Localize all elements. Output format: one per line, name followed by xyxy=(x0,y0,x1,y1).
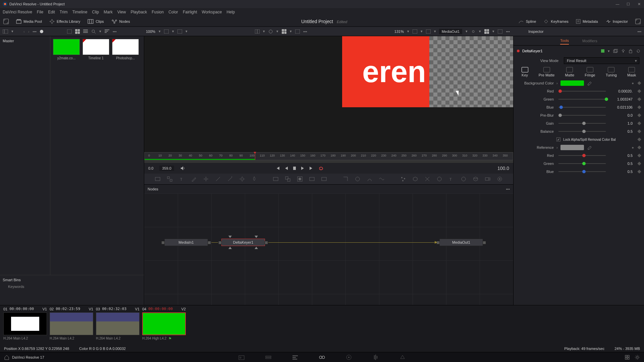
keyframe-icon[interactable] xyxy=(637,154,641,157)
rect-icon[interactable] xyxy=(426,29,431,34)
rect-tool-icon[interactable] xyxy=(273,176,279,182)
text-icon[interactable]: T xyxy=(179,176,185,182)
clip-item[interactable]: 0200:02:23:59V1 H.264 Main L4.2 xyxy=(50,307,93,340)
node-mediain[interactable]: MediaIn1 xyxy=(164,239,208,246)
clip-item[interactable]: 0300:02:32:03V1 H.264 Main L4.2 xyxy=(96,307,140,340)
tool-icon[interactable] xyxy=(309,176,315,182)
merge-icon[interactable] xyxy=(285,176,291,182)
menu-playback[interactable]: Playback xyxy=(130,10,147,14)
thumb-large-icon[interactable] xyxy=(67,29,72,34)
more-icon[interactable]: ••• xyxy=(506,187,510,191)
keyframes-button[interactable]: Keyframes xyxy=(543,19,569,24)
page-cut-icon[interactable] xyxy=(265,354,272,361)
page-fairlight-icon[interactable] xyxy=(372,354,379,361)
lock-checkbox[interactable] xyxy=(556,137,560,141)
expand-arrow[interactable]: › xyxy=(556,145,558,149)
panel-toggle-icon[interactable] xyxy=(3,29,8,34)
split-icon[interactable] xyxy=(255,29,260,34)
mediaout-label[interactable]: MediaOut1 xyxy=(439,29,463,34)
tab-prematte[interactable]: Pre Matte xyxy=(539,67,555,77)
balance-value[interactable]: 0.5 xyxy=(610,129,634,133)
keyframe-icon[interactable] xyxy=(637,113,641,117)
effects-library-button[interactable]: Effects Library xyxy=(49,19,80,24)
maximize-button[interactable]: ☐ xyxy=(626,2,631,6)
ref-blue-slider[interactable] xyxy=(558,171,606,172)
reset-icon[interactable] xyxy=(636,49,641,53)
text3d-icon[interactable]: T xyxy=(448,176,454,182)
smart-bins-label[interactable]: Smart Bins xyxy=(3,278,141,282)
chevron-down-icon[interactable]: ▾ xyxy=(434,29,436,34)
render-icon[interactable] xyxy=(497,176,503,182)
keyframe-icon[interactable] xyxy=(637,129,641,133)
page-color-icon[interactable] xyxy=(345,354,352,361)
blur-icon[interactable] xyxy=(251,176,257,182)
viewer-zoom-2[interactable]: 131% xyxy=(394,29,404,34)
page-fusion-icon[interactable] xyxy=(319,354,325,361)
keyframe-icon[interactable] xyxy=(637,145,641,149)
media-pool-button[interactable]: Media Pool xyxy=(16,19,42,24)
more-icon[interactable]: ••• xyxy=(303,29,307,34)
record-dot[interactable] xyxy=(40,30,43,33)
preblur-value[interactable]: 0.0 xyxy=(610,113,634,117)
tab-matte[interactable]: Matte xyxy=(565,67,575,77)
chevron-down-icon[interactable]: ▾ xyxy=(11,29,13,34)
menu-clip[interactable]: Clip xyxy=(92,10,99,14)
nodes-graph[interactable]: MediaIn1 DeltaKeyer1 MediaOut1 xyxy=(144,193,513,305)
tool-icon[interactable] xyxy=(155,176,161,182)
menu-mark[interactable]: Mark xyxy=(104,10,113,14)
sun-icon[interactable] xyxy=(471,29,476,34)
step-back-icon[interactable] xyxy=(285,166,288,170)
keyframe-icon[interactable] xyxy=(637,170,641,173)
ref-blue-value[interactable]: 0.5 xyxy=(610,170,634,174)
balance-slider[interactable] xyxy=(558,131,606,132)
menu-fairlight[interactable]: Fairlight xyxy=(183,10,197,14)
corner-icon[interactable] xyxy=(342,176,348,182)
menu-file[interactable]: File xyxy=(37,10,43,14)
chevron-down-icon[interactable]: ▾ xyxy=(276,29,278,34)
grid-icon[interactable] xyxy=(484,29,489,34)
close-button[interactable]: ✕ xyxy=(637,2,641,6)
menu-fusion[interactable]: Fusion xyxy=(152,10,164,14)
mask-icon[interactable] xyxy=(297,176,303,182)
blue-slider[interactable] xyxy=(558,107,606,108)
rect-icon[interactable] xyxy=(413,29,417,34)
chevron-down-icon[interactable]: ▾ xyxy=(185,29,187,34)
menu-view[interactable]: View xyxy=(117,10,126,14)
chevron-down-icon[interactable]: ▾ xyxy=(479,29,481,34)
ref-red-value[interactable]: 0.5 xyxy=(610,154,634,158)
project-manager-icon[interactable] xyxy=(625,355,630,360)
inspector-button[interactable]: Inspector xyxy=(605,19,628,24)
keyframe-icon[interactable] xyxy=(637,97,641,101)
tab-modifiers[interactable]: Modifiers xyxy=(582,38,597,44)
scrollbar[interactable] xyxy=(144,160,513,163)
dots-icon[interactable]: ••• xyxy=(33,29,37,34)
tab-tools[interactable]: Tools xyxy=(560,37,569,45)
cube-icon[interactable] xyxy=(473,176,479,182)
red-value[interactable]: 0.00020. xyxy=(610,89,634,93)
rect-icon[interactable] xyxy=(295,29,300,34)
expand-icon[interactable] xyxy=(3,19,9,24)
menu-trim[interactable]: Trim xyxy=(60,10,68,14)
page-edit-icon[interactable] xyxy=(292,354,299,361)
settings-icon[interactable] xyxy=(635,355,640,360)
rect-icon[interactable] xyxy=(164,29,169,34)
menu-color[interactable]: Color xyxy=(168,10,178,14)
blue-value[interactable]: 0.021106 xyxy=(610,105,634,109)
particle-icon[interactable] xyxy=(400,176,406,182)
master-label[interactable]: Master xyxy=(3,39,47,43)
skip-end-icon[interactable] xyxy=(309,166,314,170)
nodes-button[interactable]: Nodes xyxy=(111,19,130,24)
color-icon[interactable] xyxy=(436,176,442,182)
tab-key[interactable]: Key xyxy=(522,67,528,77)
nav-back[interactable]: ‹ xyxy=(23,29,25,34)
menu-help[interactable]: Help xyxy=(226,10,235,14)
clip-item[interactable]: 0100:00:00:00V1 H.264 Main L4.2 xyxy=(3,307,47,340)
brush-icon[interactable] xyxy=(191,176,197,182)
keyframe-icon[interactable] xyxy=(637,121,641,125)
pen-icon[interactable] xyxy=(215,176,221,182)
thumb-list-icon[interactable] xyxy=(83,29,88,34)
timeline-ruler[interactable]: 0102030405060708090100110120130140150160… xyxy=(144,152,513,160)
clips-button[interactable]: Clips xyxy=(88,19,104,24)
chevron-down-icon[interactable]: ▾ xyxy=(172,29,174,34)
keyframe-icon[interactable] xyxy=(637,81,641,85)
